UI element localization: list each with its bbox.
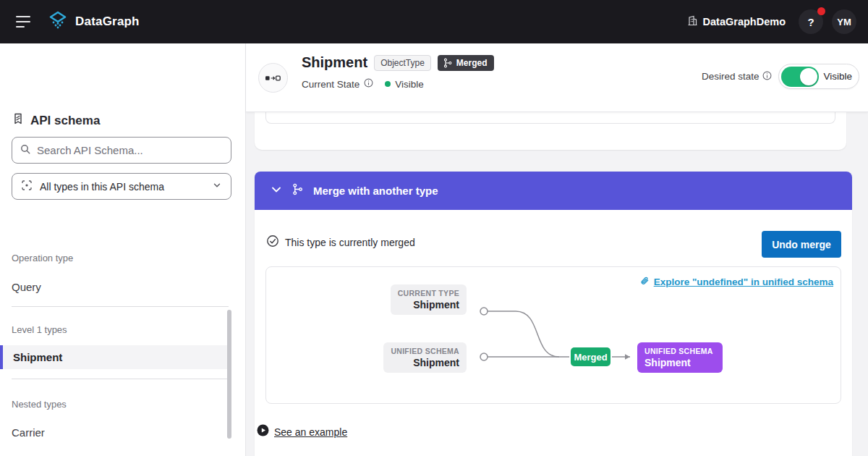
current-type-node: CURRENT TYPE Shipment (391, 284, 467, 315)
top-bar: DataGraph DataGraphDemo ? YM (0, 0, 868, 43)
organization-name[interactable]: DataGraphDemo (703, 16, 786, 28)
merge-branch-icon (443, 58, 453, 68)
check-circle-icon (266, 235, 279, 250)
sidebar-item-shipment[interactable]: Shipment (0, 345, 229, 369)
merge-diagram: Explore "undefined" in unified schema CU… (265, 266, 841, 404)
page-title: Shipment (302, 54, 367, 71)
chevron-down-icon (212, 180, 222, 193)
merge-panel: Merge with another type This type is cur… (255, 172, 852, 456)
current-state-row: Current State Visible (302, 78, 424, 90)
merged-badge: Merged (438, 55, 494, 71)
sidebar-item-carrier[interactable]: Carrier (0, 421, 229, 444)
divider (12, 379, 229, 379)
desired-state-toggle[interactable]: Visible (778, 64, 859, 89)
app-name: DataGraph (75, 14, 140, 29)
toggle-track[interactable] (781, 67, 819, 87)
merge-banner-title: Merge with another type (313, 185, 438, 197)
toggle-knob[interactable] (800, 68, 817, 85)
type-filter-value: All types in this API schema (40, 181, 205, 193)
api-schema-sidebar: API schema All types in this API schema (0, 43, 246, 456)
type-header: Shipment ObjectType Merged Current State… (246, 43, 868, 112)
notification-dot (817, 7, 825, 15)
info-icon[interactable] (364, 78, 373, 90)
merge-accordion-header[interactable]: Merge with another type (255, 172, 852, 210)
current-state-value: Visible (395, 79, 424, 90)
merge-result-node: UNIFIED SCHEMA Shipment (637, 342, 723, 373)
section-label-nested-types: Nested types (12, 399, 67, 410)
object-type-icon (258, 63, 288, 93)
scrolled-card-bottom (255, 112, 846, 150)
search-input[interactable] (37, 144, 224, 156)
datagraph-logo-icon (48, 10, 68, 33)
see-example-link[interactable]: See an example (257, 424, 347, 439)
visible-status-dot (385, 81, 391, 87)
sidebar-title: API schema (12, 112, 100, 129)
help-button[interactable]: ? (799, 9, 823, 34)
sidebar-item-status[interactable]: Status (0, 449, 229, 456)
user-avatar[interactable]: YM (832, 9, 856, 34)
merge-branch-icon (292, 183, 304, 198)
merge-status: This type is currently merged (266, 235, 415, 250)
section-label-level1-types: Level 1 types (12, 324, 67, 335)
play-circle-icon (257, 424, 269, 439)
unified-schema-node: UNIFIED SCHEMA Shipment (383, 342, 467, 373)
schema-bookmark-icon (12, 112, 25, 129)
divider (12, 306, 229, 307)
desired-state-label: Desired state (702, 71, 773, 83)
link-icon (639, 276, 650, 288)
menu-icon[interactable] (16, 16, 32, 28)
explore-unified-schema-link[interactable]: Explore "undefined" in unified schema (639, 276, 833, 288)
app-window: DataGraph DataGraphDemo ? YM (0, 0, 868, 456)
info-icon[interactable] (762, 71, 772, 83)
toggle-value: Visible (823, 71, 852, 82)
section-label-operation-type: Operation type (12, 253, 73, 263)
chevron-down-icon[interactable] (271, 184, 282, 198)
search-icon (20, 143, 31, 158)
organization-icon (687, 15, 698, 29)
scrolled-inner-panel (265, 112, 835, 124)
search-box[interactable] (12, 137, 231, 164)
type-filter-dropdown[interactable]: All types in this API schema (12, 173, 231, 200)
object-type-badge: ObjectType (374, 55, 431, 71)
scan-focus-icon (21, 180, 33, 194)
merged-chip: Merged (571, 347, 610, 366)
undo-merge-button[interactable]: Undo merge (762, 231, 841, 258)
sidebar-scrollbar[interactable] (227, 310, 231, 439)
sidebar-item-query[interactable]: Query (0, 275, 229, 299)
